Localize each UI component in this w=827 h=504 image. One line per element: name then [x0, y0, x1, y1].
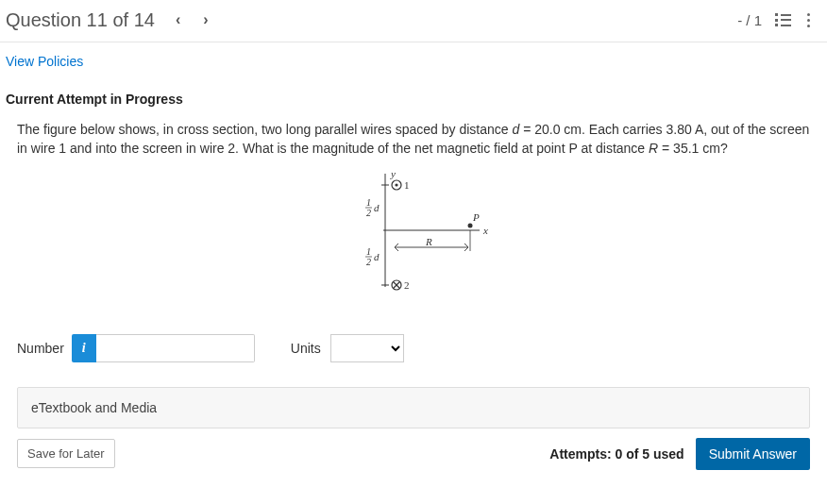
more-options-icon[interactable] [802, 11, 816, 29]
svg-point-17 [468, 223, 473, 227]
x-axis-label: x [482, 225, 488, 236]
number-label: Number [17, 341, 64, 356]
units-select[interactable] [330, 334, 404, 362]
number-input[interactable] [96, 334, 255, 362]
svg-text:2: 2 [366, 257, 371, 267]
svg-text:1: 1 [366, 246, 371, 257]
problem-figure: y x 1 2 1 2 d 1 2 d P [319, 164, 508, 306]
units-label: Units [291, 341, 321, 356]
prev-question-button[interactable]: ‹ [168, 8, 188, 32]
half-d-bot-label: 1 2 d [365, 246, 380, 267]
attempts-counter: Attempts: 0 of 5 used [549, 446, 684, 462]
next-question-button[interactable]: › [195, 8, 215, 32]
submit-answer-button[interactable]: Submit Answer [696, 438, 810, 470]
half-d-top-label: 1 2 d [365, 197, 380, 218]
wire2-label: 2 [404, 279, 410, 291]
policies-bar: View Policies [0, 42, 827, 75]
svg-text:d: d [374, 202, 380, 213]
R-label: R [425, 236, 432, 247]
svg-text:2: 2 [366, 208, 371, 218]
question-footer: Save for Later Attempts: 0 of 5 used Sub… [0, 438, 827, 479]
point-P-label: P [472, 211, 480, 223]
etextbook-media-bar[interactable]: eTextbook and Media [17, 387, 810, 428]
svg-point-3 [395, 183, 397, 186]
score-display: - / 1 [737, 12, 762, 28]
question-list-icon[interactable] [775, 11, 792, 28]
wire1-label: 1 [404, 179, 410, 191]
view-policies-link[interactable]: View Policies [6, 54, 83, 69]
question-header: Question 11 of 14 ‹ › - / 1 [0, 0, 827, 42]
answer-inputs: Number i Units [17, 334, 810, 362]
question-title: Question 11 of 14 [6, 9, 155, 31]
svg-text:d: d [374, 251, 380, 262]
y-axis-label: y [390, 168, 396, 179]
save-for-later-button[interactable]: Save for Later [17, 439, 115, 468]
info-icon[interactable]: i [72, 334, 96, 362]
question-text: The figure below shows, in cross section… [17, 120, 810, 159]
attempt-header: Current Attempt in Progress [0, 75, 827, 120]
svg-text:1: 1 [366, 197, 371, 208]
